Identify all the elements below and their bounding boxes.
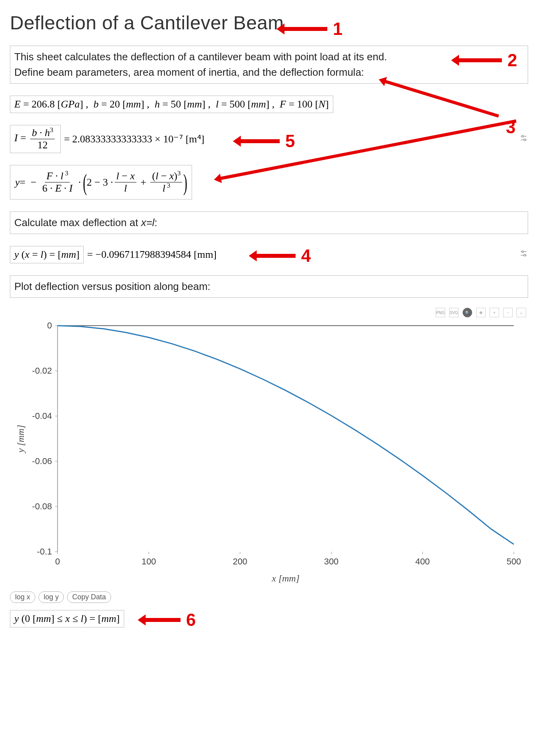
svg-text:0: 0 [55, 556, 60, 566]
max-deflection-result: = −0.0967117988394584 [mm] [87, 249, 217, 261]
parameters-formula: E = 206.8 [GPa] , b = 20 [mm] , h = 50 [… [14, 98, 329, 110]
deflection-chart[interactable]: 0-0.02-0.04-0.06-0.08-0.1010020030040050… [10, 310, 526, 587]
svg-point-1 [522, 135, 524, 137]
svg-point-7 [524, 254, 526, 256]
zoom-icon[interactable]: 🔍 [463, 308, 472, 317]
plot-command-formula: y (0 [mm] ≤ x ≤ l) = [mm] [14, 613, 120, 625]
tune-icon[interactable] [519, 249, 528, 260]
export-png-button[interactable]: PNG [436, 308, 445, 317]
svg-text:500: 500 [507, 556, 521, 566]
intro-line-1: This sheet calculates the deflection of … [14, 51, 387, 63]
svg-text:-0.1: -0.1 [37, 547, 52, 556]
inertia-formula: I = b · h312 [14, 128, 56, 150]
plot-text-cell[interactable]: Plot deflection versus position along be… [10, 275, 528, 298]
calc-max-text: Calculate max deflection at x=l: [14, 217, 158, 228]
pan-icon[interactable]: ✥ [476, 308, 486, 317]
max-deflection-formula: y (x = l) = [mm] [14, 249, 79, 261]
log-y-button[interactable]: log y [38, 591, 64, 603]
svg-text:400: 400 [415, 556, 430, 566]
export-svg-button[interactable]: SVG [449, 308, 459, 317]
inertia-formula-cell[interactable]: I = b · h312 [10, 125, 61, 153]
plot-text: Plot deflection versus position along be… [14, 280, 210, 292]
svg-text:-0.02: -0.02 [32, 366, 52, 376]
svg-text:300: 300 [324, 556, 339, 566]
deflection-formula: y = − F · l 36 · E · I · ( 2 − 3 · l − x… [15, 171, 187, 194]
parameters-cell[interactable]: E = 206.8 [GPa] , b = 20 [mm] , h = 50 [… [10, 96, 333, 113]
tune-icon[interactable] [519, 134, 528, 145]
chart-toolbar: PNG SVG 🔍 ✥ ＋ － ⌂ [436, 308, 526, 317]
home-icon[interactable]: ⌂ [517, 308, 526, 317]
plot-command-cell[interactable]: y (0 [mm] ≤ x ≤ l) = [mm] [10, 610, 124, 627]
svg-text:-0.08: -0.08 [32, 501, 52, 511]
calc-max-text-cell[interactable]: Calculate max deflection at x=l: [10, 211, 528, 234]
page-title: Deflection of a Cantilever Beam [10, 12, 528, 34]
log-x-button[interactable]: log x [10, 591, 35, 603]
max-deflection-cell[interactable]: y (x = l) = [mm] [10, 246, 84, 263]
svg-text:-0.04: -0.04 [32, 411, 52, 421]
svg-point-3 [524, 139, 526, 141]
intro-line-2: Define beam parameters, area moment of i… [14, 66, 364, 78]
zoom-in-icon[interactable]: ＋ [490, 308, 499, 317]
zoom-out-icon[interactable]: － [503, 308, 513, 317]
svg-text:-0.06: -0.06 [32, 456, 52, 466]
svg-text:x [mm]: x [mm] [271, 573, 300, 583]
svg-text:0: 0 [47, 320, 52, 330]
svg-point-5 [522, 251, 524, 253]
chart-container: PNG SVG 🔍 ✥ ＋ － ⌂ 0-0.02-0.04-0.06-0.08-… [10, 310, 528, 587]
inertia-result: = 2.08333333333333 × 10⁻⁷ [m⁴] [64, 133, 204, 145]
intro-text-cell[interactable]: This sheet calculates the deflection of … [10, 46, 528, 84]
svg-text:100: 100 [142, 556, 156, 566]
svg-text:y [mm]: y [mm] [15, 425, 26, 453]
svg-text:200: 200 [233, 556, 248, 566]
copy-data-button[interactable]: Copy Data [67, 591, 111, 603]
deflection-formula-cell[interactable]: y = − F · l 36 · E · I · ( 2 − 3 · l − x… [10, 165, 192, 200]
